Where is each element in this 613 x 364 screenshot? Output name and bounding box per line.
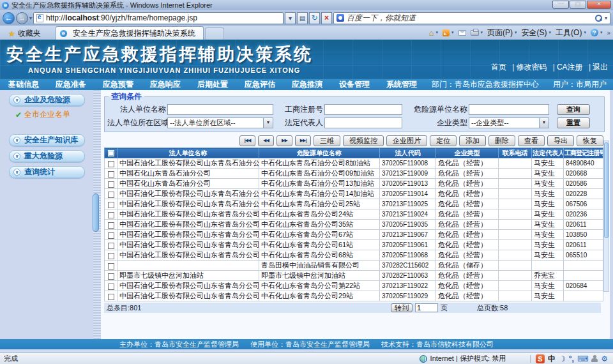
- row-checkbox[interactable]: [108, 212, 114, 218]
- reset-button[interactable]: 重置: [557, 118, 590, 128]
- toolbar-button-8[interactable]: 恢复: [577, 135, 603, 146]
- row-checkbox[interactable]: [108, 253, 114, 259]
- select-1-2[interactable]: --企业类型--▼: [469, 118, 549, 128]
- table-row[interactable]: 中国石化山东青岛石油分公司中石化山东青岛石油分公司13加油站370205F119…: [105, 179, 603, 189]
- favorites-button[interactable]: ★ 收藏夹: [3, 27, 47, 40]
- row-checkbox[interactable]: [108, 181, 114, 188]
- user-icon[interactable]: [591, 355, 598, 363]
- table-row[interactable]: 即墨市七级镇中岔河加油站即墨市七级镇中岔河加油站370282F110063危化品…: [105, 271, 603, 281]
- overflow-chevron-icon[interactable]: »: [607, 29, 610, 36]
- toolbox-icon[interactable]: ⚙: [601, 354, 608, 363]
- search-dropdown-icon[interactable]: ▾: [605, 15, 607, 21]
- sidebar-group-2[interactable]: ∨重大危险源: [9, 150, 85, 162]
- row-checkbox[interactable]: [108, 284, 114, 290]
- dropdown-arrow-icon[interactable]: ▼: [539, 118, 549, 128]
- sogou-icon[interactable]: S: [536, 354, 545, 363]
- close-button[interactable]: ✕: [587, 1, 611, 9]
- header-link-0[interactable]: 首页: [491, 63, 506, 72]
- search-box[interactable]: 百度一下，你就知道 ▾: [333, 12, 610, 24]
- nav-item-2[interactable]: 应急预警: [95, 79, 142, 90]
- select-1-0[interactable]: --法人单位所在区域--▼: [167, 118, 273, 128]
- table-row[interactable]: 中国石油化工股份有限公司山东青岛石油分公司中石化山东青岛石油分公司25站3702…: [105, 199, 603, 209]
- header-link-3[interactable]: 退出: [593, 63, 608, 72]
- nav-item-8[interactable]: 系统管理: [378, 79, 425, 90]
- page-number-input[interactable]: [415, 303, 438, 312]
- nav-item-1[interactable]: 应急准备: [47, 79, 95, 90]
- sidebar-group-3[interactable]: ∨查询统计: [9, 166, 85, 178]
- goto-page-button[interactable]: 转到: [391, 303, 412, 312]
- toolbar-button-4[interactable]: 添加: [459, 135, 486, 146]
- maximize-button[interactable]: ▢: [570, 1, 586, 9]
- sidebar-item-0-0[interactable]: ✔全市企业名单: [15, 109, 93, 120]
- scrollbar-thumb[interactable]: [604, 142, 609, 238]
- row-checkbox[interactable]: [108, 192, 114, 198]
- feeds-button[interactable]: ▾: [443, 29, 454, 36]
- row-checkbox[interactable]: [108, 202, 114, 208]
- table-row[interactable]: 中国石油化工股份有限公司山东省青岛分公司中石化山东省青岛分公司35站370205…: [105, 220, 603, 230]
- punctuation-icon[interactable]: °‚: [569, 354, 574, 363]
- table-row[interactable]: 中国石油化工股份有限公司山东省青岛分公司中石化山东省青岛分公司67站370213…: [105, 230, 603, 240]
- sidebar-group-0[interactable]: ∨企业及危险源: [9, 94, 85, 106]
- nav-item-3[interactable]: 应急响应: [142, 79, 189, 90]
- address-field[interactable]: http://localhost:90/yjzh/frame/homepage.…: [33, 12, 284, 24]
- table-row[interactable]: 中国石油化工股份有限公司山东省青岛分公司中石化山东省青岛分公司68站370205…: [105, 250, 603, 261]
- table-row[interactable]: 青岛田横中油油品销售有限公司370282C115602危化品（储存）: [105, 261, 603, 271]
- nav-item-7[interactable]: 设备管理: [331, 79, 378, 90]
- input-1-1[interactable]: [324, 118, 402, 128]
- row-checkbox[interactable]: [108, 161, 114, 167]
- refresh-button[interactable]: ↻: [309, 12, 320, 24]
- minimize-button[interactable]: —: [552, 1, 569, 9]
- row-checkbox[interactable]: [108, 171, 114, 178]
- table-row[interactable]: 中国石化山东青岛石油分公司中石化山东青岛石油分公司09加油站370213F119…: [105, 169, 603, 179]
- row-checkbox[interactable]: [108, 294, 114, 300]
- table-scrollbar[interactable]: [603, 140, 609, 292]
- search-icon[interactable]: [594, 14, 602, 22]
- address-dropdown-button[interactable]: ▾: [285, 12, 296, 24]
- help-menu[interactable]: ?▾: [591, 29, 603, 36]
- input-0-1[interactable]: [324, 104, 402, 115]
- toolbar-button-7[interactable]: 导出: [547, 135, 574, 146]
- new-tab-button[interactable]: [205, 27, 224, 40]
- input-0-2[interactable]: [469, 104, 549, 115]
- sidebar-group-1[interactable]: ∨安全生产知识库: [9, 134, 85, 146]
- toolbar-button-0[interactable]: 三维: [314, 135, 340, 146]
- soft-keyboard-icon[interactable]: ⌨: [577, 354, 588, 363]
- sidebar-scrollbar[interactable]: [93, 193, 99, 232]
- toolbar-button-3[interactable]: 定位: [430, 135, 457, 146]
- page-menu[interactable]: 页面(P)▾: [487, 27, 517, 38]
- row-checkbox[interactable]: [108, 263, 114, 269]
- print-button[interactable]: ▾: [471, 30, 483, 36]
- tools-menu[interactable]: 工具(O)▾: [556, 27, 586, 38]
- nav-item-6[interactable]: 应急推演: [284, 79, 331, 90]
- home-button[interactable]: ⌂▾: [429, 28, 438, 38]
- prev-page-button[interactable]: ◀◀: [258, 135, 274, 146]
- toolbar-button-6[interactable]: 查看: [518, 135, 545, 146]
- last-page-button[interactable]: ▶▶|: [295, 135, 311, 146]
- row-checkbox[interactable]: [108, 273, 114, 280]
- toolbar-button-5[interactable]: 删除: [488, 135, 515, 146]
- nav-item-0[interactable]: 基础信息: [0, 79, 47, 90]
- active-tab[interactable]: e 安全生产应急救援指挥辅助决策系统: [56, 26, 204, 40]
- stop-button[interactable]: ×: [321, 12, 332, 24]
- toolbar-button-1[interactable]: 视频监控: [343, 135, 384, 146]
- table-row[interactable]: 中国石油化工股份有限公司山东青岛石油分公司中石化山东青岛石油分公司8加油站370…: [105, 158, 603, 169]
- safety-menu[interactable]: 安全(S)▾: [522, 27, 552, 38]
- read-mail-button[interactable]: [458, 30, 466, 36]
- row-checkbox[interactable]: [108, 232, 114, 239]
- table-row[interactable]: 中国石油化工股份有限公司山东省青岛分公司中石化山东省青岛分公司61站370205…: [105, 240, 603, 250]
- table-row[interactable]: 中国石油化工股份有限公司山东青岛石油分公司中石化山东青岛石油分公司14加油站37…: [105, 189, 603, 199]
- search-button[interactable]: 查询: [557, 104, 590, 115]
- back-button[interactable]: ←: [3, 12, 15, 24]
- nav-item-4[interactable]: 后期处置: [189, 79, 236, 90]
- input-0-0[interactable]: [167, 104, 273, 115]
- header-link-1[interactable]: 修改密码: [516, 63, 547, 72]
- table-row[interactable]: 中国石油化工股份有限公司山东省青岛分公司中石化山东省青岛分公司24站370213…: [105, 209, 603, 220]
- chinese-mode-icon[interactable]: 中: [548, 354, 556, 363]
- table-row[interactable]: 中国石油化工股份有限公司山东省青岛分公司中石化山东省青岛分公司29站370205…: [105, 291, 603, 301]
- select-all-checkbox[interactable]: [108, 150, 114, 156]
- dropdown-arrow-icon[interactable]: ▼: [263, 118, 273, 128]
- first-page-button[interactable]: |◀◀: [239, 135, 255, 146]
- nav-item-5[interactable]: 应急评估: [236, 79, 284, 90]
- fullwidth-icon[interactable]: ☽: [559, 354, 566, 363]
- header-link-2[interactable]: CA注册: [557, 63, 583, 72]
